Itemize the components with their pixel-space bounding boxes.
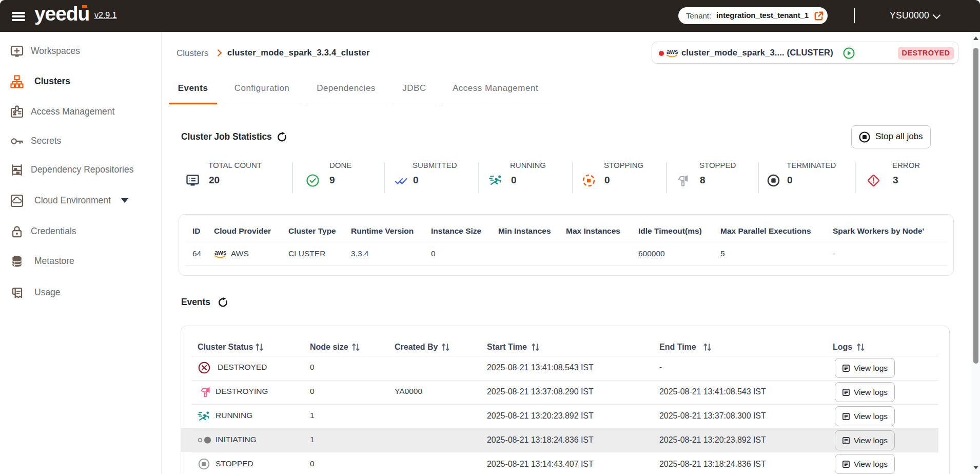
svg-text:aws: aws (214, 249, 226, 256)
svg-text:aws: aws (667, 48, 678, 55)
